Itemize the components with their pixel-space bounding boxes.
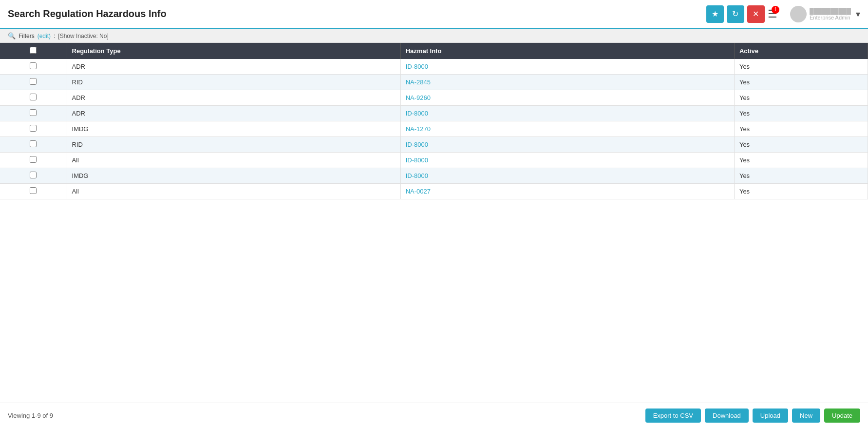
row-checkbox[interactable] bbox=[30, 172, 37, 178]
table-row: IMDGID-8000Yes bbox=[0, 168, 868, 184]
row-checkbox-cell bbox=[0, 153, 67, 168]
hazmat-info-cell: ID-8000 bbox=[400, 137, 734, 153]
menu-button[interactable]: ☰ 1 bbox=[768, 8, 777, 20]
row-checkbox[interactable] bbox=[30, 109, 37, 116]
user-info: ██████████ Enterprise Admin bbox=[810, 8, 851, 20]
download-button[interactable]: Download bbox=[705, 409, 749, 423]
row-checkbox-cell bbox=[0, 106, 67, 121]
row-checkbox-cell bbox=[0, 75, 67, 90]
close-button[interactable]: ✕ bbox=[747, 5, 765, 23]
table-row: ADRID-8000Yes bbox=[0, 59, 868, 75]
row-checkbox-cell bbox=[0, 121, 67, 137]
filter-inactive-label: [Show Inactive: No] bbox=[58, 33, 108, 39]
active-cell: Yes bbox=[734, 75, 868, 90]
regulation-type-cell: ADR bbox=[67, 106, 400, 121]
hazmat-info-link[interactable]: ID-8000 bbox=[406, 63, 428, 70]
checkbox-header bbox=[0, 43, 67, 59]
refresh-button[interactable]: ↻ bbox=[727, 5, 744, 23]
row-checkbox[interactable] bbox=[30, 94, 37, 100]
table-row: IMDGNA-1270Yes bbox=[0, 121, 868, 137]
active-cell: Yes bbox=[734, 121, 868, 137]
new-button[interactable]: New bbox=[792, 409, 820, 423]
regulation-type-cell: RID bbox=[67, 137, 400, 153]
row-checkbox[interactable] bbox=[30, 62, 37, 69]
main-content: Regulation Type Hazmat Info Active ADRID… bbox=[0, 43, 868, 403]
hazmat-info-cell: NA-1270 bbox=[400, 121, 734, 137]
hazmat-info-link[interactable]: ID-8000 bbox=[406, 172, 428, 179]
filter-bar: 🔍 Filters (edit) : [Show Inactive: No] bbox=[0, 29, 868, 43]
page-title: Search Regulation Hazardous Info bbox=[8, 8, 706, 19]
select-all-checkbox[interactable] bbox=[30, 47, 37, 54]
table-container: Regulation Type Hazmat Info Active ADRID… bbox=[0, 43, 868, 403]
notification-badge: 1 bbox=[772, 6, 779, 14]
hazmat-info-cell: ID-8000 bbox=[400, 153, 734, 168]
header-icon-group: ★ ↻ ✕ ☰ 1 ██████████ Enterprise Admin ▾ bbox=[706, 5, 860, 23]
hazmat-info-link[interactable]: NA-1270 bbox=[406, 125, 431, 133]
footer: Viewing 1-9 of 9 Export to CSV Download … bbox=[0, 403, 868, 428]
hazmat-info-link[interactable]: ID-8000 bbox=[406, 110, 428, 117]
active-cell: Yes bbox=[734, 184, 868, 199]
table-row: RIDNA-2845Yes bbox=[0, 75, 868, 90]
table-row: AllID-8000Yes bbox=[0, 153, 868, 168]
user-name-label: ██████████ bbox=[810, 8, 851, 15]
active-cell: Yes bbox=[734, 106, 868, 121]
row-checkbox[interactable] bbox=[30, 187, 37, 194]
regulation-type-cell: IMDG bbox=[67, 168, 400, 184]
user-area: ██████████ Enterprise Admin ▾ bbox=[790, 6, 860, 22]
regulation-type-cell: All bbox=[67, 184, 400, 199]
hazmat-info-link[interactable]: NA-2845 bbox=[406, 78, 431, 86]
row-checkbox-cell bbox=[0, 168, 67, 184]
col-hazmat-info: Hazmat Info bbox=[400, 43, 734, 59]
table-header-row: Regulation Type Hazmat Info Active bbox=[0, 43, 868, 59]
user-role-label: Enterprise Admin bbox=[810, 15, 851, 20]
col-active: Active bbox=[734, 43, 868, 59]
search-icon: 🔍 bbox=[8, 32, 16, 39]
avatar bbox=[790, 6, 807, 22]
row-checkbox-cell bbox=[0, 184, 67, 199]
row-checkbox-cell bbox=[0, 137, 67, 153]
row-checkbox-cell bbox=[0, 59, 67, 75]
active-cell: Yes bbox=[734, 168, 868, 184]
table-row: RIDID-8000Yes bbox=[0, 137, 868, 153]
filter-edit-link[interactable]: (edit) bbox=[38, 33, 51, 39]
regulation-type-cell: ADR bbox=[67, 59, 400, 75]
hazmat-info-link[interactable]: ID-8000 bbox=[406, 141, 428, 148]
filter-label: Filters bbox=[19, 33, 35, 39]
upload-button[interactable]: Upload bbox=[753, 409, 788, 423]
row-checkbox[interactable] bbox=[30, 156, 37, 163]
dropdown-arrow-icon[interactable]: ▾ bbox=[856, 9, 860, 19]
viewing-label: Viewing 1-9 of 9 bbox=[8, 412, 53, 419]
hazmat-info-cell: ID-8000 bbox=[400, 59, 734, 75]
active-cell: Yes bbox=[734, 59, 868, 75]
hazmat-info-cell: ID-8000 bbox=[400, 168, 734, 184]
hazmat-info-cell: ID-8000 bbox=[400, 106, 734, 121]
hazmat-info-link[interactable]: ID-8000 bbox=[406, 156, 428, 164]
app-header: Search Regulation Hazardous Info ★ ↻ ✕ ☰… bbox=[0, 0, 868, 29]
table-row: ADRID-8000Yes bbox=[0, 106, 868, 121]
update-button[interactable]: Update bbox=[824, 409, 860, 423]
active-cell: Yes bbox=[734, 153, 868, 168]
col-regulation-type: Regulation Type bbox=[67, 43, 400, 59]
star-button[interactable]: ★ bbox=[706, 5, 724, 23]
results-table: Regulation Type Hazmat Info Active ADRID… bbox=[0, 43, 868, 199]
regulation-type-cell: IMDG bbox=[67, 121, 400, 137]
export-csv-button[interactable]: Export to CSV bbox=[645, 409, 701, 423]
hazmat-info-link[interactable]: NA-0027 bbox=[406, 188, 431, 195]
hazmat-info-link[interactable]: NA-9260 bbox=[406, 94, 431, 101]
row-checkbox[interactable] bbox=[30, 140, 37, 147]
row-checkbox[interactable] bbox=[30, 125, 37, 132]
regulation-type-cell: All bbox=[67, 153, 400, 168]
footer-buttons: Export to CSV Download Upload New Update bbox=[645, 409, 860, 423]
row-checkbox-cell bbox=[0, 90, 67, 106]
active-cell: Yes bbox=[734, 137, 868, 153]
table-row: ADRNA-9260Yes bbox=[0, 90, 868, 106]
regulation-type-cell: ADR bbox=[67, 90, 400, 106]
table-body: ADRID-8000YesRIDNA-2845YesADRNA-9260YesA… bbox=[0, 59, 868, 199]
regulation-type-cell: RID bbox=[67, 75, 400, 90]
hazmat-info-cell: NA-2845 bbox=[400, 75, 734, 90]
hazmat-info-cell: NA-9260 bbox=[400, 90, 734, 106]
row-checkbox[interactable] bbox=[30, 78, 37, 85]
table-row: AllNA-0027Yes bbox=[0, 184, 868, 199]
active-cell: Yes bbox=[734, 90, 868, 106]
hazmat-info-cell: NA-0027 bbox=[400, 184, 734, 199]
